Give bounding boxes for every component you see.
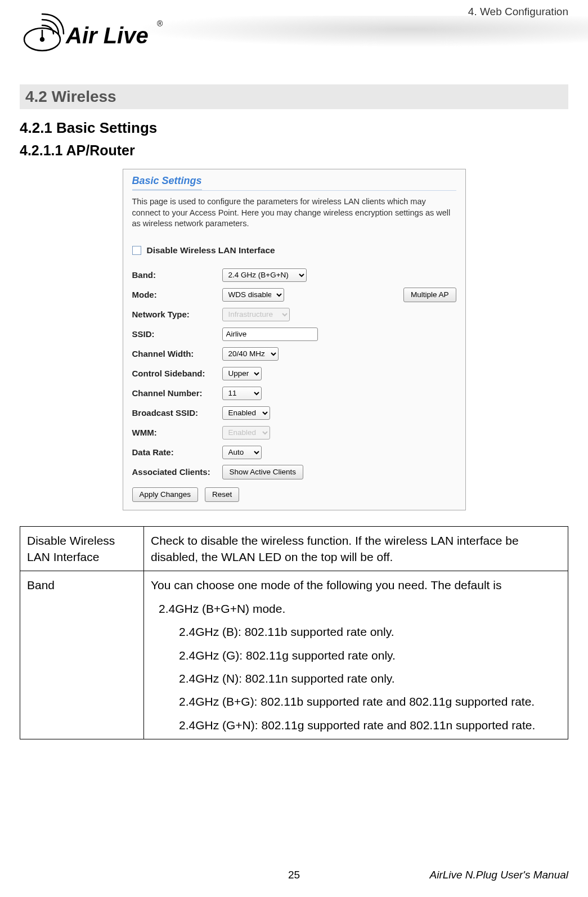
row-label: Band	[20, 571, 144, 739]
data-rate-label: Data Rate:	[132, 447, 222, 457]
subsection-title: 4.2.1 Basic Settings	[20, 119, 568, 137]
wmm-select: Enabled	[222, 426, 270, 439]
row-desc: Check to disable the wireless function. …	[144, 526, 568, 571]
network-type-select: Infrastructure	[222, 308, 290, 321]
network-type-label: Network Type:	[132, 310, 222, 319]
default-mode: 2.4GHz (B+G+N) mode.	[159, 600, 561, 617]
breadcrumb: 4. Web Configuration	[468, 6, 568, 18]
manual-name: AirLive N.Plug User's Manual	[430, 869, 569, 881]
broadcast-ssid-label: Broadcast SSID:	[132, 408, 222, 418]
subsubsection-title: 4.2.1.1 AP/Router	[20, 142, 568, 159]
mode-item: 2.4GHz (G): 802.11g supported rate only.	[179, 647, 561, 663]
wmm-label: WMM:	[132, 428, 222, 437]
data-rate-select[interactable]: Auto	[222, 446, 262, 459]
channel-number-label: Channel Number:	[132, 388, 222, 398]
row-label: Disable Wireless LAN Interface	[20, 526, 144, 571]
mode-label: Mode:	[132, 290, 222, 299]
control-sideband-label: Control Sideband:	[132, 369, 222, 378]
mode-item: 2.4GHz (B+G): 802.11b supported rate and…	[179, 693, 561, 710]
airlive-logo: Air Live ®	[20, 8, 166, 56]
panel-title: Basic Settings	[132, 175, 202, 190]
disable-wlan-checkbox[interactable]	[132, 246, 141, 255]
mode-item: 2.4GHz (B): 802.11b supported rate only.	[179, 624, 561, 640]
channel-number-select[interactable]: 11	[222, 387, 262, 400]
row-desc: You can choose one mode of the following…	[144, 571, 568, 739]
disable-wlan-label: Disable Wireless LAN Interface	[147, 245, 275, 255]
reset-button[interactable]: Reset	[205, 487, 239, 502]
ssid-input[interactable]	[222, 328, 318, 341]
svg-point-2	[41, 38, 44, 41]
svg-text:Air Live: Air Live	[65, 23, 149, 48]
header-swoosh	[143, 16, 588, 50]
apply-changes-button[interactable]: Apply Changes	[132, 487, 199, 502]
panel-title-underline	[132, 190, 456, 191]
mode-item: 2.4GHz (G+N): 802.11g supported rate and…	[179, 717, 561, 733]
band-label: Band:	[132, 270, 222, 280]
svg-text:®: ®	[157, 19, 163, 28]
control-sideband-select[interactable]: Upper	[222, 367, 262, 380]
channel-width-select[interactable]: 20/40 MHz	[222, 347, 279, 361]
section-title: 4.2 Wireless	[20, 84, 568, 109]
show-active-clients-button[interactable]: Show Active Clients	[222, 465, 304, 479]
band-select[interactable]: 2.4 GHz (B+G+N)	[222, 268, 307, 282]
settings-screenshot: Basic Settings This page is used to conf…	[123, 169, 466, 510]
table-row: Disable Wireless LAN Interface Check to …	[20, 526, 568, 571]
desc-intro: You can choose one mode of the following…	[151, 577, 561, 593]
table-row: Band You can choose one mode of the foll…	[20, 571, 568, 739]
panel-intro: This page is used to configure the param…	[132, 196, 456, 230]
assoc-clients-label: Associated Clients:	[132, 467, 222, 477]
mode-select[interactable]: WDS disable	[222, 288, 284, 302]
multiple-ap-button[interactable]: Multiple AP	[403, 288, 456, 302]
broadcast-ssid-select[interactable]: Enabled	[222, 406, 270, 420]
description-table: Disable Wireless LAN Interface Check to …	[20, 526, 568, 740]
channel-width-label: Channel Width:	[132, 349, 222, 358]
mode-item: 2.4GHz (N): 802.11n supported rate only.	[179, 670, 561, 687]
ssid-label: SSID:	[132, 329, 222, 339]
